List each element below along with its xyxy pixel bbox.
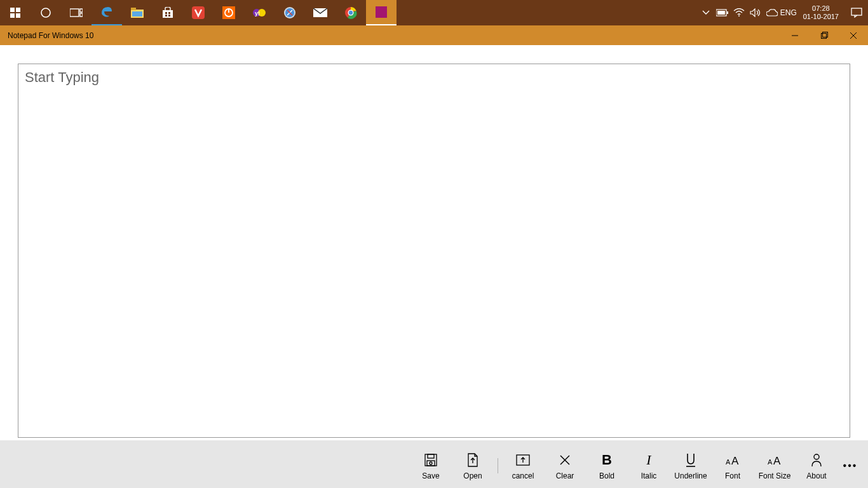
svg-rect-1: [16, 8, 20, 12]
windows-taskbar: y! ENG 07: [0, 0, 868, 25]
italic-label: Italic: [641, 471, 657, 480]
open-button[interactable]: Open: [452, 446, 494, 485]
command-group: Save Open cancel Clear B Bold I Italic U…: [410, 446, 863, 485]
clock-date: 01-10-2017: [803, 13, 839, 21]
svg-rect-10: [132, 11, 142, 17]
svg-rect-11: [163, 10, 173, 18]
svg-rect-14: [165, 15, 167, 17]
maximize-button[interactable]: [810, 25, 839, 45]
separator: [498, 458, 498, 473]
edge-button[interactable]: [92, 0, 122, 25]
taskview-icon: [70, 8, 83, 18]
clock-button[interactable]: 07:28 01-10-2017: [797, 4, 845, 21]
action-center-button[interactable]: [845, 0, 868, 25]
language-label: ENG: [780, 8, 797, 17]
language-button[interactable]: ENG: [780, 0, 797, 25]
cortana-icon: [40, 7, 51, 18]
yahoo-icon: y!: [252, 8, 266, 18]
edge-icon: [100, 6, 113, 18]
start-icon: [10, 8, 20, 18]
close-button[interactable]: [839, 25, 868, 45]
save-button[interactable]: Save: [410, 446, 452, 485]
svg-text:A: A: [768, 458, 773, 466]
fontsize-button[interactable]: AA Font Size: [754, 446, 796, 485]
battery-icon: [716, 9, 729, 17]
more-button[interactable]: •••: [837, 446, 863, 485]
save-label: Save: [422, 471, 439, 480]
svg-text:y!: y!: [255, 10, 260, 17]
svg-text:A: A: [773, 455, 781, 466]
maximize-icon: [821, 32, 828, 39]
svg-rect-15: [168, 15, 170, 17]
svg-rect-6: [80, 9, 83, 12]
svg-rect-42: [427, 461, 435, 466]
onedrive-button[interactable]: [764, 0, 780, 25]
svg-point-43: [430, 462, 432, 464]
power-button[interactable]: [214, 0, 244, 25]
editor-container: [0, 64, 868, 440]
wifi-button[interactable]: [731, 0, 747, 25]
battery-button[interactable]: [714, 0, 731, 25]
app-titlebar: Notepad For Windows 10: [0, 25, 868, 45]
svg-rect-0: [10, 8, 15, 12]
store-icon: [162, 7, 173, 18]
italic-icon: I: [646, 451, 651, 469]
cortana-button[interactable]: [31, 0, 61, 25]
file-explorer-icon: [131, 8, 144, 18]
clock-time: 07:28: [803, 4, 839, 13]
yahoo-button[interactable]: y!: [244, 0, 275, 25]
open-label: Open: [463, 471, 482, 480]
mail-button[interactable]: [305, 0, 336, 25]
minimize-button[interactable]: [780, 25, 810, 45]
svg-text:A: A: [731, 455, 739, 466]
notepad-app-button[interactable]: [366, 0, 397, 25]
taskbar-left: y!: [0, 0, 397, 25]
about-icon: [811, 454, 822, 466]
taskview-button[interactable]: [61, 0, 92, 25]
cancel-button[interactable]: cancel: [502, 446, 544, 485]
svg-rect-41: [428, 454, 434, 458]
app-title: Notepad For Windows 10: [0, 31, 93, 40]
font-button[interactable]: AA Font: [712, 446, 754, 485]
start-button[interactable]: [0, 0, 31, 25]
svg-rect-9: [131, 8, 136, 10]
power-icon: [222, 6, 235, 19]
svg-point-52: [814, 454, 819, 459]
font-label: Font: [725, 471, 740, 480]
cancel-icon: [516, 454, 530, 466]
underline-icon: [685, 453, 696, 467]
clear-button[interactable]: Clear: [544, 446, 586, 485]
chrome-button[interactable]: [336, 0, 366, 25]
more-icon: •••: [843, 460, 858, 471]
store-button[interactable]: [153, 0, 183, 25]
notepad-app-icon: [376, 6, 387, 18]
tray-overflow-button[interactable]: [698, 0, 714, 25]
system-tray: ENG 07:28 01-10-2017: [698, 0, 868, 25]
svg-rect-12: [165, 12, 167, 14]
bold-icon: B: [602, 451, 612, 469]
text-editor[interactable]: [18, 64, 850, 438]
svg-point-4: [41, 8, 50, 17]
about-button[interactable]: About: [796, 446, 837, 485]
svg-rect-34: [851, 8, 862, 15]
bold-label: Bold: [599, 471, 614, 480]
mail-icon: [313, 8, 327, 17]
minimize-icon: [792, 32, 798, 39]
italic-button[interactable]: I Italic: [628, 446, 670, 485]
svg-text:A: A: [726, 458, 731, 466]
bold-button[interactable]: B Bold: [586, 446, 628, 485]
vivaldi-icon: [192, 6, 205, 19]
safari-button[interactable]: [275, 0, 305, 25]
command-bar: Save Open cancel Clear B Bold I Italic U…: [0, 440, 868, 488]
volume-button[interactable]: [747, 0, 764, 25]
wifi-icon: [733, 8, 745, 17]
file-explorer-button[interactable]: [122, 0, 153, 25]
underline-button[interactable]: Underline: [670, 446, 712, 485]
cancel-label: cancel: [512, 471, 534, 480]
svg-point-33: [738, 15, 740, 17]
vivaldi-button[interactable]: [183, 0, 214, 25]
svg-rect-2: [10, 13, 15, 18]
volume-icon: [750, 8, 761, 17]
about-label: About: [806, 471, 826, 480]
fontsize-label: Font Size: [759, 471, 791, 480]
